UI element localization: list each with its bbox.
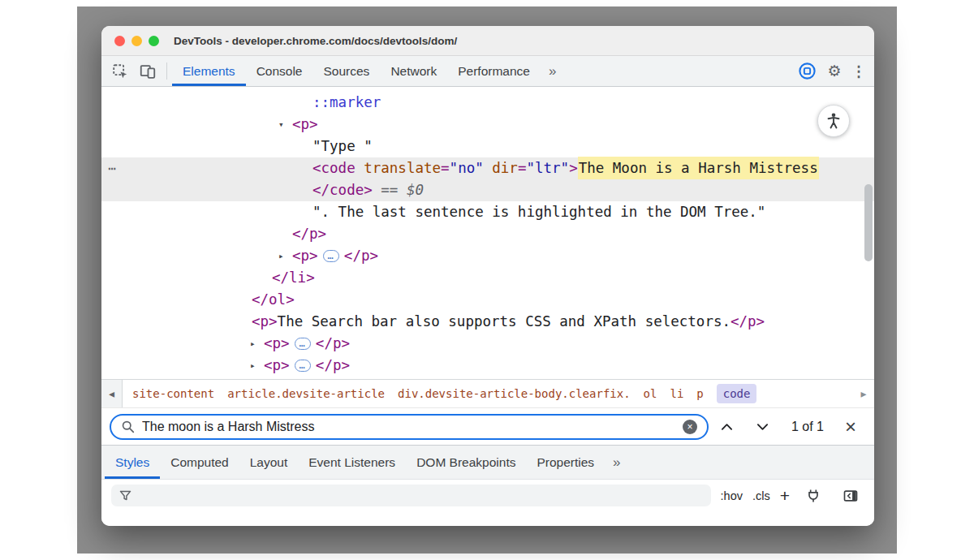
dom-tree-line[interactable]: </p> [101, 223, 874, 245]
dom-tree-line[interactable]: </ol> [101, 289, 874, 311]
expand-arrow-icon[interactable]: ▸ [278, 245, 292, 267]
maximize-window-button[interactable] [149, 36, 159, 46]
tab-dom-breakpoints[interactable]: DOM Breakpoints [406, 446, 526, 479]
breadcrumb-bar: ◂ site-contentarticle.devsite-articlediv… [101, 379, 874, 407]
dom-token-meta: == [373, 182, 407, 198]
breadcrumb-item-code[interactable]: code [717, 384, 757, 403]
clear-search-button[interactable]: × [683, 420, 697, 434]
breadcrumb-item-article-devsite-article[interactable]: article.devsite-article [227, 387, 385, 400]
cast-button[interactable] [793, 56, 821, 86]
dom-tree-line[interactable]: "Type " [101, 136, 874, 157]
dom-tree-line[interactable]: ::marker [101, 92, 874, 114]
toggle-device-toolbar-button[interactable] [134, 56, 162, 86]
search-input[interactable] [142, 420, 675, 434]
dom-token-pseudo: ::marker [312, 94, 381, 110]
tab-performance[interactable]: Performance [447, 56, 541, 86]
search-previous-button[interactable] [710, 414, 744, 440]
styles-filter-input[interactable] [138, 489, 703, 502]
window-titlebar: DevTools - developer.chrome.com/docs/dev… [101, 26, 874, 56]
breadcrumb: site-contentarticle.devsite-articlediv.d… [123, 380, 853, 407]
expand-arrow-icon[interactable]: ▸ [250, 333, 264, 355]
dom-tree-line[interactable]: ". The last sentence is highlighted in t… [101, 201, 874, 223]
dom-token-tag: = [518, 160, 527, 176]
elements-scrollbar[interactable] [864, 93, 873, 373]
expand-arrow-icon[interactable]: ▸ [250, 355, 264, 377]
close-search-button[interactable]: × [835, 417, 866, 437]
line-options-icon[interactable]: ⋯ [108, 157, 117, 179]
dom-token-attr: translate [356, 160, 441, 176]
devtools-main-toolbar: ElementsConsoleSourcesNetworkPerformance… [101, 56, 874, 87]
dom-tree-line[interactable]: <p>The Search bar also supports CSS and … [101, 311, 874, 333]
tab-sources[interactable]: Sources [313, 56, 381, 86]
dom-tree-line[interactable]: ▸<p>…</p> [101, 333, 874, 355]
breadcrumb-item-li[interactable]: li [670, 387, 683, 400]
tab-event-listeners[interactable]: Event Listeners [298, 446, 406, 479]
tab-computed[interactable]: Computed [160, 446, 239, 479]
dom-tree: ::marker▾<p>"Type "⋯<code translate="no"… [101, 92, 874, 377]
dom-token-tag: = [441, 160, 450, 176]
tab-network[interactable]: Network [380, 56, 447, 86]
more-sidebar-tabs-button[interactable]: » [605, 446, 628, 479]
accessibility-fab-button[interactable] [817, 105, 850, 137]
rendering-emulation-button[interactable] [799, 488, 827, 504]
toggle-element-state-button[interactable]: :hov [721, 489, 743, 502]
dom-tree-line[interactable]: ▸<p>…</p> [101, 355, 874, 377]
dom-token-tag: </p> [316, 335, 350, 351]
toolbar-spacer [564, 56, 793, 86]
settings-icon[interactable]: ⚙ [821, 56, 848, 86]
breadcrumb-item-site-content[interactable]: site-content [132, 387, 214, 400]
dom-token-tag: > [569, 160, 578, 176]
breadcrumb-item-ol[interactable]: ol [644, 387, 657, 400]
tab-console[interactable]: Console [246, 56, 313, 86]
find-bar: × 1 of 1 × [101, 407, 874, 445]
element-classes-button[interactable]: .cls [752, 489, 770, 502]
expand-inline-button[interactable]: … [295, 338, 311, 350]
desktop-background: DevTools - developer.chrome.com/docs/dev… [77, 6, 897, 554]
close-window-button[interactable] [114, 36, 125, 46]
dom-token-text: The Search bar also supports CSS and XPa… [278, 313, 730, 330]
dom-token-value: "no" [450, 160, 484, 176]
dom-token-tag: </li> [272, 269, 315, 286]
breadcrumb-scroll-left-button[interactable]: ◂ [101, 380, 123, 407]
filter-funnel-icon [119, 490, 131, 501]
dom-token-attr: dir [484, 160, 518, 176]
new-style-rule-button[interactable]: + [780, 487, 790, 504]
dom-token-tag: </code> [312, 182, 373, 198]
tab-styles[interactable]: Styles [105, 446, 160, 479]
menu-icon[interactable]: ⋮ [848, 56, 869, 86]
dom-token-tag: </p> [730, 313, 765, 330]
tab-elements[interactable]: Elements [172, 56, 246, 86]
dom-tree-line[interactable]: ▾<p> [101, 114, 874, 136]
scrollbar-thumb[interactable] [864, 184, 873, 261]
clear-x-icon: × [687, 422, 692, 432]
dom-tree-line[interactable]: ⋯<code translate="no" dir="ltr">The Moon… [101, 157, 874, 179]
styles-filter-box [111, 485, 711, 506]
dom-tree-line[interactable]: </code> == $0 [101, 179, 874, 201]
inspect-element-button[interactable] [106, 56, 134, 86]
dom-tree-line[interactable]: ▸<p>…</p> [101, 245, 874, 267]
dom-tree-line[interactable]: </li> [101, 267, 874, 289]
cast-icon [798, 62, 817, 80]
search-next-button[interactable] [746, 414, 780, 440]
more-panels-button[interactable]: » [541, 56, 564, 86]
minimize-window-button[interactable] [131, 36, 142, 46]
expand-inline-button[interactable]: … [295, 360, 311, 372]
breadcrumb-scroll-right-button[interactable]: ▸ [853, 380, 874, 407]
toggle-sidebar-button[interactable] [837, 488, 864, 504]
expand-inline-button[interactable]: … [323, 250, 339, 262]
collapse-arrow-icon[interactable]: ▾ [278, 114, 292, 136]
window-bottom-padding [101, 511, 874, 526]
chevron-down-icon [756, 423, 769, 431]
inspect-cursor-icon [111, 62, 129, 80]
dom-token-tag: </ol> [252, 291, 295, 308]
chevron-up-icon [721, 423, 733, 431]
breadcrumb-item-p[interactable]: p [696, 387, 703, 400]
dom-token-tag: </p> [316, 357, 350, 373]
breadcrumb-item-div-devsite-article-body-clearfix[interactable]: div.devsite-article-body.clearfix. [398, 387, 631, 400]
dom-token-tag: </p> [292, 226, 326, 242]
dom-token-value: "ltr" [526, 160, 569, 176]
tab-layout[interactable]: Layout [239, 446, 299, 479]
tab-properties[interactable]: Properties [526, 446, 605, 479]
sidebar-toggle-icon [843, 488, 859, 504]
device-toolbar-icon [139, 62, 157, 80]
